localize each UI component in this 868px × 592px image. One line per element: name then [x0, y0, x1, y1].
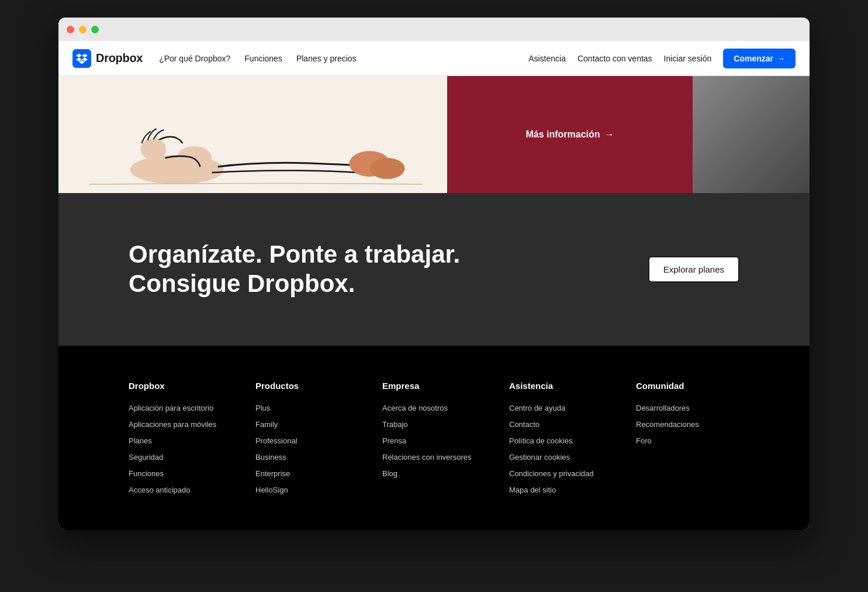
footer-col-comunidad: Comunidad Desarrolladores Recomendacione…	[636, 381, 739, 495]
footer-links-comunidad: Desarrolladores Recomendaciones Foro	[636, 402, 739, 446]
footer-link[interactable]: Funciones	[129, 469, 164, 478]
footer-col-dropbox: Dropbox Aplicación para escritorio Aplic…	[129, 381, 232, 495]
cta-heading: Organízate. Ponte a trabajar. Consigue D…	[129, 240, 460, 299]
hero-right-image	[693, 76, 810, 193]
footer-link[interactable]: Trabajo	[382, 420, 408, 429]
close-button[interactable]	[67, 26, 74, 33]
list-item: Planes	[129, 435, 232, 446]
footer-col-asistencia: Asistencia Centro de ayuda Contacto Polí…	[509, 381, 613, 495]
navbar-brand: Dropbox	[96, 51, 143, 65]
footer-title-empresa: Empresa	[382, 381, 486, 391]
footer-col-empresa: Empresa Acerca de nosotros Trabajo Prens…	[382, 381, 486, 495]
list-item: Foro	[636, 435, 739, 446]
footer-link[interactable]: Blog	[382, 469, 397, 478]
footer-links-dropbox: Aplicación para escritorio Aplicaciones …	[129, 402, 232, 495]
footer-title-comunidad: Comunidad	[636, 381, 739, 391]
footer-link[interactable]: HelloSign	[255, 486, 288, 494]
footer-link[interactable]: Política de cookies	[509, 436, 572, 445]
mas-info-arrow: →	[605, 129, 614, 140]
footer-link[interactable]: Planes	[129, 436, 152, 445]
list-item: Política de cookies	[509, 435, 613, 446]
nav-contact-sales[interactable]: Contacto con ventas	[577, 54, 652, 63]
nav-support[interactable]: Asistencia	[528, 54, 566, 63]
list-item: Aplicación para escritorio	[129, 402, 232, 413]
explorar-planes-button[interactable]: Explorar planes	[648, 256, 739, 283]
list-item: Enterprise	[255, 468, 359, 479]
list-item: Acerca de nosotros	[382, 402, 486, 413]
signin-button[interactable]: Iniciar sesión	[664, 54, 712, 63]
footer-link[interactable]: Gestionar cookies	[509, 453, 570, 462]
list-item: Recomendaciones	[636, 419, 739, 429]
footer-link[interactable]: Condiciones y privacidad	[509, 469, 594, 478]
list-item: Centro de ayuda	[509, 402, 613, 413]
cta-section: Organízate. Ponte a trabajar. Consigue D…	[58, 193, 810, 346]
footer-link[interactable]: Recomendaciones	[636, 420, 699, 429]
mas-info-text: Más información	[525, 129, 600, 140]
list-item: Mapa del sitio	[509, 484, 613, 495]
comenzar-button[interactable]: Comenzar →	[723, 49, 796, 68]
dropbox-icon	[72, 49, 91, 68]
footer-link[interactable]: Foro	[636, 436, 652, 445]
footer-title-asistencia: Asistencia	[509, 381, 613, 391]
footer-links-asistencia: Centro de ayuda Contacto Política de coo…	[509, 402, 613, 495]
list-item: Relaciones con inversores	[382, 452, 486, 462]
list-item: Contacto	[509, 419, 613, 429]
footer-link[interactable]: Acerca de nosotros	[382, 404, 448, 412]
footer-link[interactable]: Professional	[255, 436, 298, 445]
footer-link[interactable]: Business	[255, 453, 286, 462]
navbar-right: Asistencia Contacto con ventas Iniciar s…	[528, 49, 796, 68]
footer-link[interactable]: Centro de ayuda	[509, 404, 565, 412]
footer-title-dropbox: Dropbox	[129, 381, 232, 391]
navbar-logo[interactable]: Dropbox	[72, 49, 143, 68]
mas-info-link[interactable]: Más información →	[525, 129, 614, 140]
list-item: Business	[255, 452, 359, 462]
hero-cta-area: Más información →	[447, 76, 693, 193]
list-item: Condiciones y privacidad	[509, 468, 613, 479]
browser-titlebar	[58, 18, 810, 41]
footer-link[interactable]: Plus	[255, 404, 270, 412]
list-item: Plus	[255, 402, 359, 413]
footer-link[interactable]: Contacto	[509, 420, 540, 429]
arrow-icon: →	[777, 54, 785, 63]
footer-link[interactable]: Aplicaciones para móviles	[129, 420, 216, 429]
list-item: Prensa	[382, 435, 486, 446]
list-item: Aplicaciones para móviles	[129, 419, 232, 429]
list-item: Gestionar cookies	[509, 452, 613, 462]
footer-link[interactable]: Enterprise	[255, 469, 290, 478]
list-item: HelloSign	[255, 484, 359, 495]
list-item: Acceso anticipado	[129, 484, 232, 495]
footer-link[interactable]: Prensa	[382, 436, 406, 445]
list-item: Desarrolladores	[636, 402, 739, 413]
footer-link[interactable]: Desarrolladores	[636, 404, 690, 412]
footer-link[interactable]: Family	[255, 420, 278, 429]
footer-link[interactable]: Mapa del sitio	[509, 486, 556, 494]
footer-links-empresa: Acerca de nosotros Trabajo Prensa Relaci…	[382, 402, 486, 479]
list-item: Seguridad	[129, 452, 232, 462]
nav-why-dropbox[interactable]: ¿Por qué Dropbox?	[159, 54, 230, 63]
nav-plans-prices[interactable]: Planes y precios	[296, 54, 357, 63]
footer-links-productos: Plus Family Professional Business Enterp…	[255, 402, 359, 495]
navbar: Dropbox ¿Por qué Dropbox? Funciones Plan…	[58, 41, 810, 76]
cta-text: Organízate. Ponte a trabajar. Consigue D…	[129, 240, 460, 299]
navbar-nav: ¿Por qué Dropbox? Funciones Planes y pre…	[159, 54, 528, 63]
footer-link[interactable]: Relaciones con inversores	[382, 453, 471, 462]
browser-window: Dropbox ¿Por qué Dropbox? Funciones Plan…	[58, 18, 810, 530]
list-item: Trabajo	[382, 419, 486, 429]
footer-link[interactable]: Acceso anticipado	[129, 486, 191, 494]
hero-banner: Más información →	[58, 76, 810, 193]
nav-features[interactable]: Funciones	[244, 54, 282, 63]
svg-point-5	[370, 158, 405, 179]
footer-col-productos: Productos Plus Family Professional Busin…	[255, 381, 359, 495]
list-item: Funciones	[129, 468, 232, 479]
maximize-button[interactable]	[91, 26, 99, 33]
list-item: Professional	[255, 435, 359, 446]
svg-point-3	[141, 139, 167, 160]
footer-link[interactable]: Seguridad	[129, 453, 163, 462]
hero-illustration-area	[58, 76, 447, 193]
footer-title-productos: Productos	[255, 381, 359, 391]
footer: Dropbox Aplicación para escritorio Aplic…	[58, 346, 810, 530]
list-item: Family	[255, 419, 359, 429]
footer-link[interactable]: Aplicación para escritorio	[129, 404, 213, 412]
minimize-button[interactable]	[79, 26, 87, 33]
list-item: Blog	[382, 468, 486, 479]
